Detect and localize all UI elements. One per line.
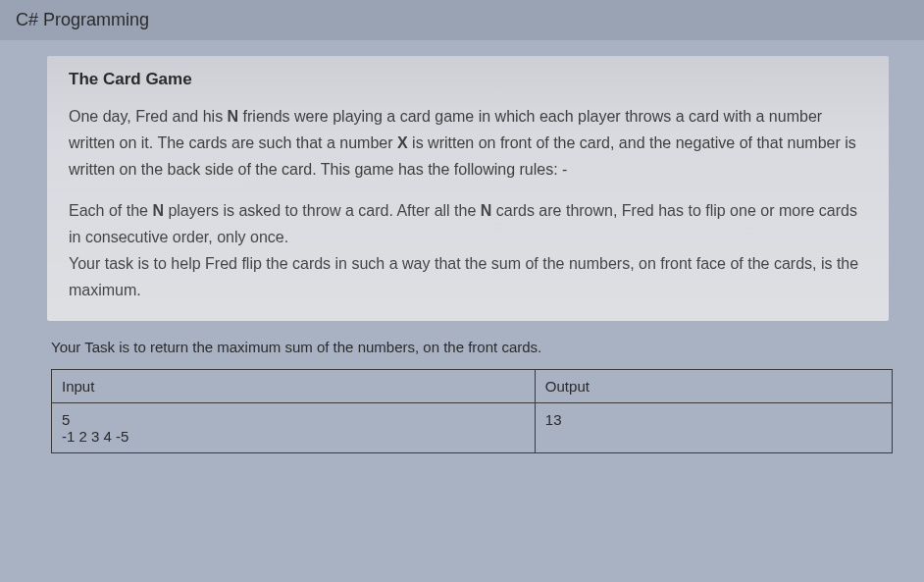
problem-statement: The Card Game One day, Fred and his N fr… — [47, 56, 889, 321]
output-line: 13 — [545, 411, 882, 428]
problem-paragraph-1: One day, Fred and his N friends were pla… — [69, 103, 867, 184]
table-row: 5 -1 2 3 4 -5 13 — [52, 403, 893, 453]
problem-paragraph-2: Each of the N players is asked to throw … — [69, 197, 867, 304]
input-cell: 5 -1 2 3 4 -5 — [52, 403, 536, 453]
table-header-output: Output — [535, 370, 892, 403]
table-header-input: Input — [52, 370, 536, 403]
input-line: -1 2 3 4 -5 — [62, 428, 525, 445]
input-line: 5 — [62, 411, 525, 428]
content-area: The Card Game One day, Fred and his N fr… — [0, 40, 924, 469]
text-fragment: One day, Fred and his — [69, 108, 228, 125]
output-cell: 13 — [535, 403, 892, 453]
problem-title: The Card Game — [69, 70, 867, 89]
text-fragment: players is asked to throw a card. After … — [164, 202, 481, 219]
header-title: C# Programming — [16, 10, 149, 29]
page-header: C# Programming — [0, 0, 924, 40]
bold-text: N — [481, 202, 492, 219]
bold-text: X — [397, 134, 408, 151]
bold-text: N — [152, 202, 164, 219]
bold-text: N — [228, 108, 239, 125]
task-instruction: Your Task is to return the maximum sum o… — [47, 339, 889, 369]
text-fragment: Each of the — [69, 202, 152, 219]
io-table: Input Output 5 -1 2 3 4 -5 13 — [51, 369, 893, 453]
